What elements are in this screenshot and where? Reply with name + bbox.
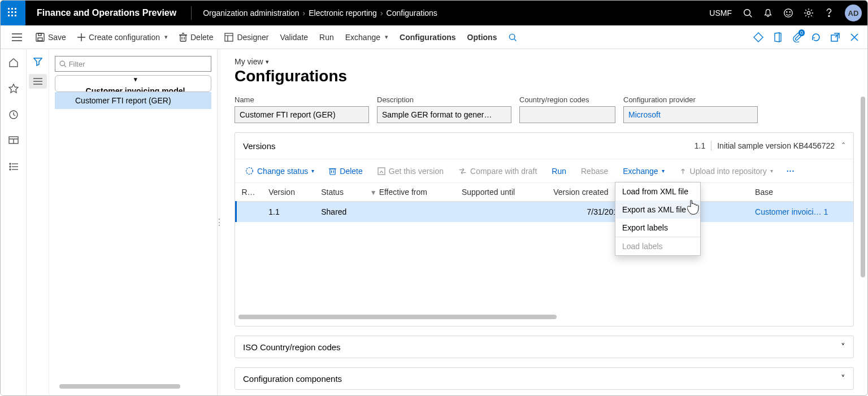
list-icon[interactable] xyxy=(29,74,47,89)
dropdown-item-load-xml[interactable]: Load from XML file xyxy=(615,182,700,201)
svg-point-45 xyxy=(10,166,11,167)
side-mini-tabs xyxy=(27,49,49,395)
diamond-icon[interactable] xyxy=(749,28,768,47)
svg-line-33 xyxy=(515,39,517,41)
row-version: 1.1 xyxy=(263,202,315,223)
validate-button[interactable]: Validate xyxy=(275,25,314,49)
iso-country-panel[interactable]: ISO Country/region codes ˅ xyxy=(235,336,854,358)
popout-icon[interactable] xyxy=(826,28,845,47)
name-label: Name xyxy=(235,95,369,104)
svg-rect-20 xyxy=(38,38,42,41)
table-row[interactable]: 1.1 Shared 7/31/2018 5:51:01 AM Customer… xyxy=(236,202,854,223)
create-label: Create configuration xyxy=(89,33,160,42)
col-status[interactable]: Status xyxy=(315,183,364,202)
config-tree: ▾ Customer invoicing model Customer FTI … xyxy=(55,75,211,109)
main-area: My view ▾ Configurations Name Customer F… xyxy=(221,49,867,395)
create-configuration-button[interactable]: Create configuration ▾ xyxy=(72,25,173,49)
toolbar-run-button[interactable]: Run xyxy=(547,164,571,178)
grid-scrollbar[interactable] xyxy=(238,315,850,320)
configurations-tab[interactable]: Configurations xyxy=(394,25,462,49)
modules-icon[interactable] xyxy=(6,159,21,175)
star-icon[interactable] xyxy=(6,81,21,97)
funnel-icon[interactable] xyxy=(33,57,42,66)
exchange-dropdown: Load from XML file Export as XML file Ex… xyxy=(615,182,701,256)
rebase-button: Rebase xyxy=(576,164,613,178)
side-scrollbar[interactable] xyxy=(59,384,207,390)
svg-rect-0 xyxy=(8,8,10,10)
country-field[interactable] xyxy=(519,106,615,123)
action-pane: Save Create configuration ▾ Delete Desig… xyxy=(1,25,867,49)
smile-icon[interactable] xyxy=(778,1,798,25)
exchange-button[interactable]: Exchange ▾ xyxy=(340,25,394,49)
col-supported[interactable]: Supported until xyxy=(456,183,548,202)
save-label: Save xyxy=(48,33,66,42)
versions-meta-version: 1.1 xyxy=(695,141,705,150)
description-field[interactable]: Sample GER format to gener… xyxy=(377,106,511,123)
home-icon[interactable] xyxy=(6,55,21,71)
delete-button[interactable]: Delete xyxy=(173,25,219,49)
col-effective[interactable]: ▼Effective from xyxy=(364,183,456,202)
svg-line-10 xyxy=(750,15,752,18)
more-button[interactable]: ··· xyxy=(783,164,798,178)
filter-input[interactable]: Filter xyxy=(55,56,211,72)
app-title: Finance and Operations Preview xyxy=(25,8,188,18)
action-search-icon[interactable] xyxy=(502,25,523,49)
app-launcher-icon[interactable] xyxy=(1,1,25,25)
designer-button[interactable]: Designer xyxy=(219,25,274,49)
row-base[interactable]: Customer invoici… 1 xyxy=(749,202,853,223)
main-scrollbar[interactable] xyxy=(861,97,865,277)
run-label: Run xyxy=(319,33,334,42)
svg-rect-8 xyxy=(15,15,16,16)
office-icon[interactable] xyxy=(768,28,787,47)
col-r[interactable]: R… xyxy=(236,183,263,202)
legal-entity[interactable]: USMF xyxy=(704,8,737,18)
chevron-down-icon: ▾ xyxy=(134,76,137,83)
page-title: Configurations xyxy=(235,67,854,85)
change-status-button[interactable]: Change status▾ xyxy=(241,164,319,178)
description-label: Description xyxy=(377,95,511,104)
chevron-down-icon: ▾ xyxy=(164,33,168,41)
search-icon[interactable] xyxy=(737,1,758,25)
breadcrumb-item[interactable]: Configurations xyxy=(387,8,437,18)
clock-icon[interactable] xyxy=(6,107,21,123)
help-icon[interactable] xyxy=(819,1,839,25)
col-base[interactable]: Base xyxy=(749,183,853,202)
filter-icon[interactable]: ▼ xyxy=(370,189,377,197)
provider-label: Configuration provider xyxy=(623,95,758,104)
refresh-icon[interactable] xyxy=(806,28,826,47)
bell-icon[interactable] xyxy=(758,1,778,25)
toolbar-exchange-button[interactable]: Exchange▾ xyxy=(618,164,669,178)
gear-icon[interactable] xyxy=(798,1,819,25)
versions-meta-desc: Initial sample version KB4456722 xyxy=(717,141,835,150)
upload-repository-button: Upload into repository▾ xyxy=(675,164,778,178)
config-components-panel[interactable]: Configuration components ˅ xyxy=(235,367,854,390)
tree-node-root[interactable]: ▾ Customer invoicing model xyxy=(55,75,211,92)
provider-field[interactable]: Microsoft xyxy=(623,106,758,123)
save-button[interactable]: Save xyxy=(30,25,72,49)
dropdown-item-export-labels[interactable]: Export labels xyxy=(615,219,700,237)
name-field[interactable]: Customer FTI report (GER) xyxy=(235,106,369,123)
view-selector[interactable]: My view ▾ xyxy=(235,57,854,66)
run-button[interactable]: Run xyxy=(314,25,340,49)
col-version[interactable]: Version xyxy=(263,183,315,202)
chevron-right-icon: › xyxy=(380,8,383,18)
title-bar: Finance and Operations Preview Organizat… xyxy=(1,1,867,25)
title-divider xyxy=(191,6,192,20)
tree-panel: Filter ▾ Customer invoicing model Custom… xyxy=(49,49,217,395)
workspace-icon[interactable] xyxy=(6,133,21,149)
dropdown-item-export-xml[interactable]: Export as XML file xyxy=(615,201,700,219)
hamburger-icon[interactable] xyxy=(12,33,22,41)
attachments-icon[interactable] xyxy=(787,28,806,47)
close-icon[interactable] xyxy=(845,28,864,47)
versions-title: Versions xyxy=(243,141,276,151)
svg-point-52 xyxy=(60,61,64,66)
breadcrumb-item[interactable]: Organization administration xyxy=(203,8,299,18)
toolbar-delete-button[interactable]: Delete xyxy=(324,164,367,178)
collapse-icon[interactable]: ˄ xyxy=(841,141,845,150)
tree-node-child[interactable]: Customer FTI report (GER) xyxy=(55,92,211,109)
svg-point-15 xyxy=(828,16,830,17)
options-tab[interactable]: Options xyxy=(462,25,503,49)
svg-point-47 xyxy=(10,169,11,170)
avatar[interactable]: AD xyxy=(845,5,862,21)
breadcrumb-item[interactable]: Electronic reporting xyxy=(309,8,377,18)
